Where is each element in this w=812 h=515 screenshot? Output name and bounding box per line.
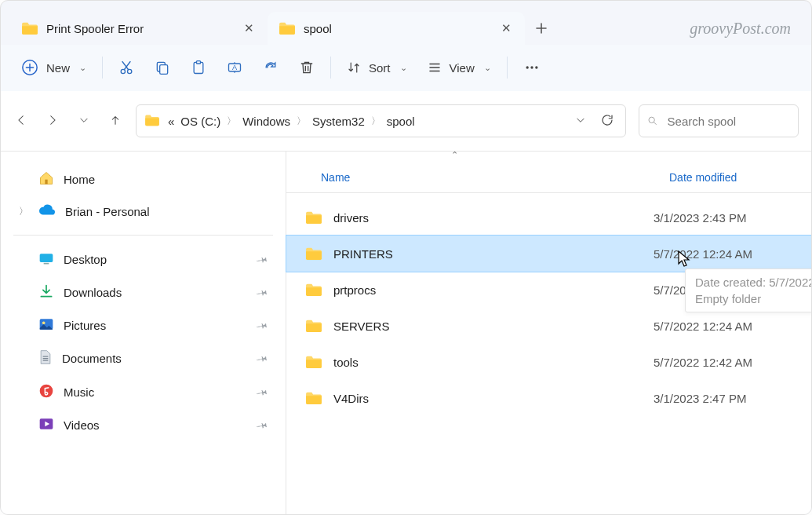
sidebar-item-label: Home: [64, 173, 268, 186]
svg-point-18: [40, 385, 53, 398]
sidebar-item-label: Desktop: [64, 253, 247, 266]
crumb-windows[interactable]: Windows: [242, 115, 290, 128]
svg-point-17: [42, 322, 46, 325]
sidebar-divider: [13, 235, 273, 236]
close-tab-icon[interactable]: ✕: [498, 21, 514, 35]
pin-icon[interactable]: 📌︎: [253, 283, 271, 301]
sidebar-item-pictures[interactable]: Pictures 📌︎: [9, 309, 278, 342]
toolbar-separator: [102, 57, 103, 79]
search-icon: [647, 115, 658, 127]
forward-button[interactable]: [45, 113, 60, 130]
chevron-right-icon[interactable]: 〉: [18, 205, 29, 218]
svg-text:A: A: [232, 64, 238, 71]
pin-icon[interactable]: 📌︎: [253, 316, 271, 334]
search-input[interactable]: [666, 114, 790, 129]
videos-icon: [38, 417, 54, 433]
paste-icon: [191, 60, 206, 75]
folder-icon: [305, 283, 322, 297]
chevron-down-icon: ⌄: [399, 63, 407, 73]
sidebar-item-label: Downloads: [64, 286, 247, 299]
sort-button[interactable]: Sort ⌄: [337, 54, 417, 81]
column-header-date[interactable]: Date modified: [665, 171, 811, 184]
cut-button[interactable]: [109, 53, 144, 82]
sidebar-item-label: Videos: [64, 418, 247, 432]
copy-button[interactable]: [145, 53, 180, 82]
file-date: 5/7/2022 12:24 AM: [649, 247, 811, 261]
crumb-overflow[interactable]: «: [168, 115, 174, 128]
address-box[interactable]: « OS (C:) 〉 Windows 〉 System32 〉 spool: [136, 104, 626, 137]
file-date: 5/7/2022 12:24 AM: [649, 320, 811, 333]
downloads-icon: [38, 283, 54, 301]
sidebar-item-music[interactable]: Music 📌︎: [9, 375, 278, 409]
sidebar-item-home[interactable]: Home: [9, 163, 278, 196]
up-button[interactable]: [107, 113, 123, 130]
rename-button[interactable]: A: [217, 53, 252, 82]
new-label: New: [46, 61, 70, 75]
address-dropdown-button[interactable]: [575, 115, 586, 128]
breadcrumb: « OS (C:) 〉 Windows 〉 System32 〉 spool: [168, 115, 566, 128]
search-box[interactable]: [639, 104, 799, 137]
file-name: tools: [333, 356, 359, 369]
crumb-system32[interactable]: System32: [312, 115, 365, 128]
close-tab-icon[interactable]: ✕: [241, 21, 257, 35]
share-button[interactable]: [253, 53, 288, 82]
tab-spool[interactable]: spool ✕: [268, 12, 525, 45]
file-row[interactable]: drivers3/1/2023 2:43 PM: [286, 199, 811, 236]
new-button[interactable]: New ⌄: [12, 53, 96, 82]
sort-label: Sort: [369, 61, 391, 75]
sidebar-item-personal[interactable]: 〉 Brian - Personal: [9, 196, 278, 227]
new-tab-button[interactable]: [525, 12, 558, 45]
delete-button[interactable]: [289, 53, 324, 82]
folder-icon: [305, 355, 322, 369]
chevron-right-icon: 〉: [227, 115, 236, 128]
file-name: V4Dirs: [333, 392, 369, 405]
sidebar-item-desktop[interactable]: Desktop 📌︎: [9, 243, 278, 276]
sidebar-item-videos[interactable]: Videos 📌︎: [9, 409, 278, 441]
refresh-button[interactable]: [600, 113, 614, 130]
more-button[interactable]: [514, 53, 550, 82]
chevron-right-icon: 〉: [371, 115, 381, 128]
view-icon: [428, 60, 442, 75]
column-header-name[interactable]: Name: [286, 171, 665, 184]
file-row[interactable]: V4Dirs3/1/2023 2:47 PM: [286, 380, 811, 416]
svg-point-9: [526, 66, 528, 68]
svg-rect-15: [44, 263, 49, 265]
documents-icon: [38, 349, 53, 367]
nav-buttons: [13, 113, 123, 130]
share-icon: [263, 60, 279, 75]
file-list[interactable]: drivers3/1/2023 2:43 PMPRINTERS5/7/2022 …: [286, 193, 811, 514]
tab-print-spooler-error[interactable]: Print Spooler Error ✕: [10, 12, 268, 45]
file-row[interactable]: tools5/7/2022 12:42 AM: [286, 344, 811, 380]
paste-button[interactable]: [181, 53, 216, 82]
folder-icon: [305, 210, 322, 225]
folder-icon: [305, 247, 322, 261]
onedrive-icon: [38, 204, 56, 219]
file-name: PRINTERS: [333, 247, 393, 261]
pin-icon[interactable]: 📌︎: [253, 349, 271, 367]
crumb-spool[interactable]: spool: [387, 115, 415, 128]
chevron-right-icon: 〉: [297, 115, 306, 128]
svg-rect-13: [45, 180, 47, 184]
view-button[interactable]: View ⌄: [418, 54, 501, 81]
file-row[interactable]: PRINTERS5/7/2022 12:24 AM: [286, 236, 811, 272]
file-date: 3/1/2023 2:43 PM: [649, 211, 811, 225]
folder-icon: [21, 21, 38, 35]
crumb-os[interactable]: OS (C:): [180, 115, 220, 128]
recent-locations-button[interactable]: [76, 115, 92, 128]
folder-icon: [305, 319, 322, 333]
pin-icon[interactable]: 📌︎: [253, 416, 271, 434]
sidebar-item-label: Music: [64, 385, 247, 399]
pin-icon[interactable]: 📌︎: [253, 250, 271, 268]
file-date: 5/7/2022 12:42 AM: [649, 356, 811, 369]
desktop-icon: [38, 251, 54, 268]
sidebar-item-documents[interactable]: Documents 📌︎: [9, 342, 278, 375]
file-name: SERVERS: [333, 320, 389, 333]
back-button[interactable]: [13, 113, 29, 130]
pin-icon[interactable]: 📌︎: [253, 383, 271, 401]
sort-icon: [347, 60, 361, 75]
file-row[interactable]: SERVERS5/7/2022 12:24 AM: [286, 308, 811, 344]
column-headers: Name Date modified: [286, 163, 811, 193]
toolbar-separator: [330, 57, 331, 79]
sidebar-item-downloads[interactable]: Downloads 📌︎: [9, 276, 278, 309]
tooltip-line: Date created: 5/7/2022 12:24 AM: [695, 274, 812, 290]
